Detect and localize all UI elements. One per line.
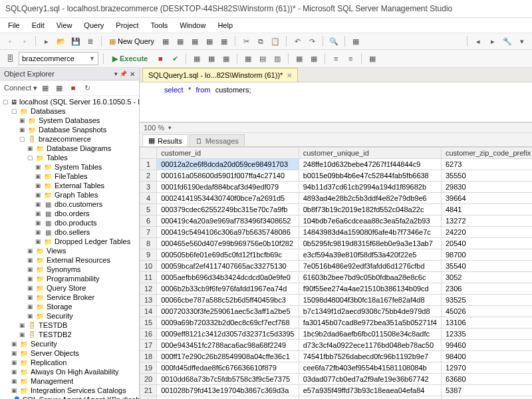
table-row[interactable]: 18000ff17e290c26b28549908a04cffe36c17454… bbox=[140, 351, 533, 362]
cell[interactable]: f90f55ee274a4ae21510b386134b09cd bbox=[299, 283, 441, 295]
solution-icon[interactable]: ▦ bbox=[350, 35, 362, 47]
row-number[interactable]: 6 bbox=[140, 215, 157, 227]
chevron-down-icon[interactable]: ▼ bbox=[167, 125, 172, 131]
cell[interactable]: cee6fa72fb403ef9554b41581108084b bbox=[299, 362, 441, 374]
cell[interactable]: 104bdb7e6a6cdceaa88c3ea5fa2a2b93 bbox=[299, 215, 441, 227]
cell[interactable]: 98400 bbox=[441, 351, 532, 362]
zoom-value[interactable]: 100 % bbox=[144, 124, 164, 132]
database-selector[interactable]: brazecommerce ▼ bbox=[19, 52, 98, 65]
cell[interactable]: fa30145b07cad8e972bea351a5b05271f4 bbox=[299, 317, 441, 329]
menu-tools[interactable]: Tools bbox=[146, 20, 174, 31]
cell[interactable]: e3cf594a39e810f58df53a420f22e5 bbox=[299, 249, 441, 261]
always-on-node[interactable]: ▣📁Always On High Availability bbox=[0, 367, 139, 376]
menu-window[interactable]: Window bbox=[174, 20, 211, 31]
system-tables-node[interactable]: ▣📁System Tables bbox=[0, 162, 139, 172]
refresh-icon[interactable]: ↻ bbox=[81, 82, 93, 94]
cell[interactable]: 35550 bbox=[441, 170, 532, 182]
plan-icon-1[interactable]: ▦ bbox=[191, 53, 203, 65]
find-icon[interactable]: 🔍 bbox=[328, 35, 340, 47]
results-tab[interactable]: ▦ Results bbox=[142, 134, 188, 146]
cell[interactable]: 001028b79fd413e19704b3867c369d3a bbox=[157, 385, 299, 396]
save-icon[interactable]: 💾 bbox=[70, 35, 82, 47]
cell[interactable]: 001044a47c29da7010ce41fe5220778d7 bbox=[157, 396, 299, 400]
cell[interactable]: 00012a2ce6f8dcda20d059ce98491703 bbox=[157, 159, 299, 170]
pin-icon[interactable]: ▾ 📌 bbox=[114, 70, 127, 78]
row-number[interactable]: 3 bbox=[140, 182, 157, 193]
tb-icon-1[interactable]: ▦ bbox=[160, 35, 172, 47]
server-node[interactable]: ▢🖥localhost (SQL Server 16.0.1050.5 - DE… bbox=[0, 97, 139, 106]
system-databases-node[interactable]: ▣📁System Databases bbox=[0, 116, 139, 125]
row-number[interactable]: 10 bbox=[140, 261, 157, 272]
results-file-icon[interactable]: ▥ bbox=[271, 53, 283, 65]
cell[interactable]: 12335 bbox=[441, 329, 532, 340]
table-row[interactable]: 200010dd68a73b7c5fdb5758c3f9c5e737503dad… bbox=[140, 374, 533, 385]
sql-editor[interactable]: select * from customers; bbox=[140, 82, 532, 122]
cell[interactable]: 000419c4a20a9e969af783496f3408652 bbox=[157, 215, 299, 227]
dropped-ledger-node[interactable]: ▣📁Dropped Ledger Tables bbox=[0, 237, 139, 246]
cell[interactable]: 0005aefbb696d34b3424dcdcd0a0e9fe0 bbox=[157, 272, 299, 283]
row-number[interactable]: 8 bbox=[140, 238, 157, 249]
paste-icon[interactable]: 📋 bbox=[269, 35, 281, 47]
agent-node[interactable]: 👤SQL Server Agent (Agent XPs disabled) bbox=[0, 395, 139, 399]
cell[interactable]: 4893ad4e28b2c5b3ddf4e82e79db9e6 bbox=[299, 193, 441, 204]
row-number[interactable]: 4 bbox=[140, 193, 157, 204]
row-number[interactable]: 5 bbox=[140, 204, 157, 215]
redo-icon[interactable]: ↷ bbox=[306, 35, 318, 47]
external-resources-node[interactable]: ▣📁External Resources bbox=[0, 255, 139, 265]
row-number[interactable]: 12 bbox=[140, 283, 157, 295]
cell[interactable]: 000379cdec62552249bc315e70c7a9fb bbox=[157, 204, 299, 215]
testdb-node[interactable]: ▣🗄TESTDB bbox=[0, 321, 139, 330]
comment-icon[interactable]: ▦ bbox=[293, 53, 305, 65]
synonyms-node[interactable]: ▣📁Synonyms bbox=[0, 265, 139, 274]
cell[interactable]: 39664 bbox=[441, 193, 532, 204]
table-customers-node[interactable]: ▣▦dbo.customers bbox=[0, 200, 139, 209]
cell[interactable]: 61603b2bee7bd9c05b0fdbaa28e8c6c bbox=[299, 272, 441, 283]
cell[interactable]: 000fd45dffedae8f6c676636610f879 bbox=[157, 362, 299, 374]
cell[interactable]: 4841 bbox=[441, 204, 532, 215]
messages-tab[interactable]: 🗒 Messages bbox=[190, 134, 245, 146]
disconnect-icon[interactable]: ■ bbox=[67, 82, 79, 94]
object-explorer-tree[interactable]: ▢🖥localhost (SQL Server 16.0.1050.5 - DE… bbox=[0, 96, 139, 399]
cell[interactable]: 000161a058600d5901f007ffa4c27140 bbox=[157, 170, 299, 182]
table-row[interactable]: 150009a69b720332b2d0ec8c69cf7ecf768fa301… bbox=[140, 317, 533, 329]
cell[interactable]: 13272 bbox=[441, 215, 532, 227]
cell[interactable]: 14843983d4a159080f6afe4b7f7346e7c bbox=[299, 227, 441, 238]
cell[interactable]: 6595ff1277497bfc86c673de5e676a1 bbox=[299, 396, 441, 400]
menu-project[interactable]: Project bbox=[110, 20, 144, 31]
row-number[interactable]: 19 bbox=[140, 362, 157, 374]
db-diagrams-node[interactable]: ▣📁Database Diagrams bbox=[0, 144, 139, 153]
row-number[interactable]: 18 bbox=[140, 351, 157, 362]
cell[interactable]: 000241419534430740f0bce7a2691d5 bbox=[157, 193, 299, 204]
menu-query[interactable]: Query bbox=[78, 20, 109, 31]
table-products-node[interactable]: ▣▦dbo.products bbox=[0, 218, 139, 227]
management-node[interactable]: ▣📁Management bbox=[0, 376, 139, 386]
storage-node[interactable]: ▣📁Storage bbox=[0, 302, 139, 311]
tables-node[interactable]: ▢📁Tables bbox=[0, 153, 139, 162]
graph-tables-node[interactable]: ▣📁Graph Tables bbox=[0, 190, 139, 200]
cell[interactable]: 0009eff8121c3412d3057d32371c5d3395 bbox=[157, 329, 299, 340]
cell[interactable]: 03dad077cb0ed7a2f9afe19e36b67742 bbox=[299, 374, 441, 385]
cell[interactable]: 24220 bbox=[441, 227, 532, 238]
row-number[interactable]: 16 bbox=[140, 329, 157, 340]
menu-edit[interactable]: Edit bbox=[27, 20, 50, 31]
cell[interactable]: 12970 bbox=[441, 362, 532, 374]
table-row[interactable]: 5000379cdec62552249bc315e70c7a9fb0b8f73b… bbox=[140, 204, 533, 215]
row-number[interactable]: 20 bbox=[140, 374, 157, 385]
cell[interactable]: 99460 bbox=[441, 340, 532, 351]
nav-fwd-icon[interactable]: ◦ bbox=[19, 35, 31, 47]
results-grid-icon[interactable]: ▦ bbox=[242, 53, 254, 65]
table-sellers-node[interactable]: ▣▦dbo.sellers bbox=[0, 227, 139, 237]
menu-file[interactable]: File bbox=[3, 20, 25, 31]
filetables-node[interactable]: ▣📁FileTables bbox=[0, 172, 139, 181]
brazecommerce-db-node[interactable]: ▢🗄brazecommerce bbox=[0, 134, 139, 144]
row-number[interactable]: 11 bbox=[140, 272, 157, 283]
cell[interactable]: 35540 bbox=[441, 261, 532, 272]
server-objects-node[interactable]: ▣📁Server Objects bbox=[0, 348, 139, 358]
table-row[interactable]: 4000241419534430740f0bce7a2691d54893ad4e… bbox=[140, 193, 533, 204]
plan-icon-3[interactable]: ▦ bbox=[220, 53, 232, 65]
cell[interactable]: 000419c5494106c306a97b5635748086 bbox=[157, 227, 299, 238]
table-row[interactable]: 21001028b79fd413e19704b3867c369d3ae57a93… bbox=[140, 385, 533, 396]
tb-icon-2[interactable]: ▦ bbox=[174, 35, 186, 47]
new-query-button[interactable]: ▦ New Query bbox=[106, 37, 157, 46]
cell[interactable]: 1bc9b2dad6aefb6fbc011508e34c8adfc bbox=[299, 329, 441, 340]
